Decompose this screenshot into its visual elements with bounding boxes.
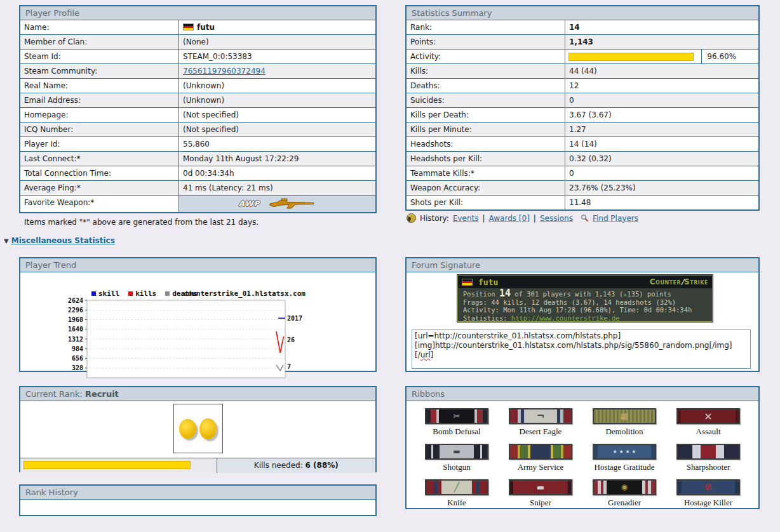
miscellaneous-statistics-link[interactable]: Miscellaneous Statistics xyxy=(11,236,115,245)
ribbon: ▦ Demolition xyxy=(584,408,664,437)
ribbons-header: Ribbons xyxy=(407,387,758,401)
sessions-link[interactable]: Sessions xyxy=(540,214,573,223)
row-value: 1.27 xyxy=(565,123,758,136)
row-label: Last Connect:* xyxy=(20,152,179,166)
bbcode-line: [/url] xyxy=(415,350,748,360)
steam-community-link[interactable]: 76561197960372494 xyxy=(183,67,266,76)
logo-strike: Strike xyxy=(684,277,708,286)
favorite-weapon-value: AWP xyxy=(179,196,375,212)
events-link[interactable]: Events xyxy=(453,214,479,223)
table-row: ICQ Number: (Not specified) xyxy=(20,122,375,136)
rank-progress-bar xyxy=(24,461,191,469)
row-label: Headshots per Kill: xyxy=(407,152,565,166)
row-label: ICQ Number: xyxy=(20,123,179,136)
ribbon-emblem-icon: × xyxy=(704,412,712,420)
activity-bar-track xyxy=(565,50,701,63)
row-value: (Not specified) xyxy=(179,123,375,136)
signature-image: futu Counter∕Strike Position 14 of 301 p… xyxy=(457,275,713,322)
signature-bbcode-input[interactable]: [url=http://counterstrike_01.hlstatsx.co… xyxy=(412,329,751,369)
miscellaneous-statistics-toggle[interactable]: ▼Miscellaneous Statistics xyxy=(4,236,115,245)
table-row: Average Ping:* 41 ms (Latency: 21 ms) xyxy=(20,180,375,195)
table-row: Headshots per Kill: 0.32 (0.32) xyxy=(407,151,758,166)
player-profile-table: Name: futu Member of Clan: (None) Steam … xyxy=(20,20,375,212)
signature-stats-text: Position 14 of 301 players with 1,143 (▴… xyxy=(458,288,712,323)
ribbon: ◉ Grenadier xyxy=(584,479,664,508)
row-value: 14 (14) xyxy=(565,137,758,151)
player-trend-header: Player Trend xyxy=(20,258,375,272)
awards-link[interactable]: Awards [0] xyxy=(489,214,530,223)
germany-flag-icon xyxy=(462,279,473,286)
row-value: 44 (44) xyxy=(565,64,758,78)
table-row: Headshots: 14 (14) xyxy=(407,136,758,151)
table-row: Kills per Death: 3.67 (3.67) xyxy=(407,107,758,122)
legend-series-name: skill xyxy=(98,289,119,298)
ribbon-label: Assault xyxy=(668,427,748,437)
table-row: Kills: 44 (44) xyxy=(407,63,758,78)
row-label: Email Address: xyxy=(20,93,179,107)
row-label: Favorite Weapon:* xyxy=(20,196,179,212)
forum-signature-panel: Forum Signature futu Counter∕Strike Posi… xyxy=(405,257,760,372)
statistics-summary-table: Rank: 14 Points: 1,143 Activity: 96.60% … xyxy=(407,20,758,209)
ribbon-label: Grenadier xyxy=(584,498,664,508)
row-label: Rank: xyxy=(407,20,565,34)
ribbon-label: Sniper xyxy=(501,498,581,508)
ribbon-image xyxy=(509,444,572,460)
ribbon-label: Bomb Defusal xyxy=(417,427,497,437)
kills-needed-cell: Kills needed: 6 (88%) xyxy=(217,458,375,473)
row-label: Kills per Minute: xyxy=(407,123,565,136)
row-value: 0d 00:34:34h xyxy=(179,166,375,180)
table-row: Name: futu xyxy=(20,20,375,34)
ribbon: ¬ Desert Eagle xyxy=(501,408,581,437)
ribbon-emblem-icon: ▬ xyxy=(537,483,544,491)
row-label: Homepage: xyxy=(20,108,179,122)
row-label: Points: xyxy=(407,35,565,49)
row-label: Teammate Kills:* xyxy=(407,166,565,180)
row-label: Kills: xyxy=(407,64,565,78)
asterisk-note: Items marked "*" above are generated fro… xyxy=(24,218,259,227)
table-row: Email Address: (Unknown) xyxy=(20,93,375,107)
row-label: Member of Clan: xyxy=(20,35,179,49)
awp-weapon-icon xyxy=(269,198,316,209)
rank-insignia-image xyxy=(173,404,223,453)
table-row: Total Connection Time: 0d 00:34:34h xyxy=(20,166,375,180)
player-trend-chart: 262422961968164013129846563282017267 xyxy=(24,298,316,382)
signature-position-number: 14 xyxy=(499,288,511,299)
ribbon: × Assault xyxy=(668,408,748,437)
row-label: Kills per Death: xyxy=(407,108,565,122)
ribbon: ▬ Shotgun xyxy=(417,444,497,472)
ribbon-image: ★ ★ ★ ★ xyxy=(593,444,656,460)
table-row: Points: 1,143 xyxy=(407,34,758,49)
forum-signature-body: futu Counter∕Strike Position 14 of 301 p… xyxy=(407,272,758,370)
counter-strike-logo: Counter∕Strike xyxy=(650,277,708,286)
ribbon-emblem-icon: ★ ★ ★ ★ xyxy=(612,448,636,456)
table-row: Member of Clan: (None) xyxy=(20,34,375,49)
legend-color-swatch xyxy=(91,291,96,296)
row-value: 23.76% (25.23%) xyxy=(565,181,758,195)
ribbon-image: ⊘ xyxy=(676,479,740,495)
activity-bar xyxy=(568,53,694,61)
svg-text:26: 26 xyxy=(287,336,295,343)
ribbon-image: × xyxy=(676,408,740,424)
table-row: Shots per Kill: 11.48 xyxy=(407,195,758,209)
row-label: Total Connection Time: xyxy=(20,166,179,180)
row-label: Average Ping:* xyxy=(20,181,179,195)
ribbon-emblem-icon: ▦ xyxy=(621,412,628,420)
table-row: Rank: 14 xyxy=(407,20,758,34)
ribbon-image: ¬ xyxy=(509,408,572,424)
ribbons-grid: ✂ Bomb Defusal ¬ Desert Eagle ▦ Demoliti… xyxy=(407,401,758,513)
svg-text:1312: 1312 xyxy=(68,336,83,343)
svg-text:2624: 2624 xyxy=(68,298,83,304)
signature-line-statistics: Statistics: http://www.counterstrike.de xyxy=(463,314,707,323)
ribbon-label: Knife xyxy=(417,498,497,508)
current-rank-panel: Current Rank: Recruit Kills needed: 6 (8… xyxy=(19,386,377,472)
svg-text:2017: 2017 xyxy=(287,315,302,322)
find-players-link[interactable]: Find Players xyxy=(593,214,638,223)
ribbon-emblem-icon: ¬ xyxy=(537,412,545,420)
current-rank-header: Current Rank: Recruit xyxy=(20,387,375,401)
current-rank-body xyxy=(20,404,375,458)
rank-progress-track xyxy=(20,458,217,473)
row-label: Shots per Kill: xyxy=(407,196,565,209)
logo-counter: Counter xyxy=(650,277,681,286)
ribbon-emblem-icon: ◉ xyxy=(621,483,628,491)
ribbons-panel: Ribbons ✂ Bomb Defusal ¬ Desert Eagle xyxy=(405,386,760,509)
